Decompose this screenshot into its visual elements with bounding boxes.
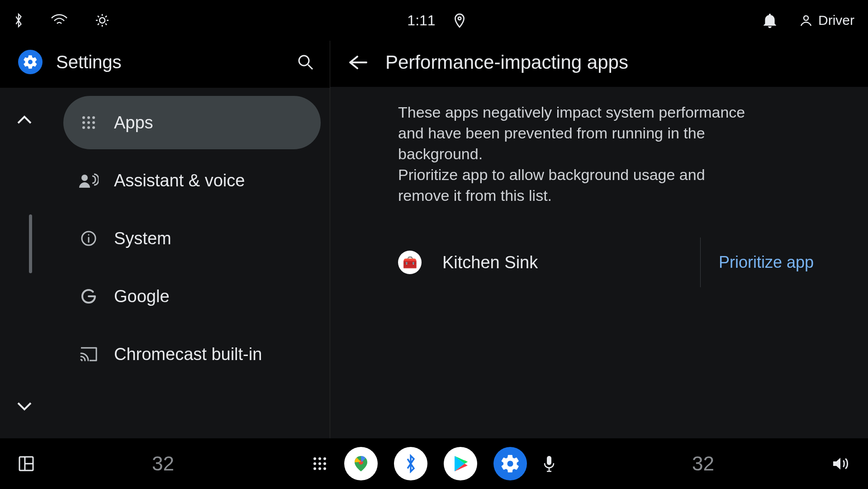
back-button[interactable]	[348, 55, 367, 70]
svg-point-9	[92, 121, 95, 124]
svg-point-7	[82, 121, 85, 124]
svg-point-13	[81, 175, 88, 181]
svg-point-2	[804, 16, 808, 20]
settings-app-icon	[18, 50, 43, 74]
svg-point-22	[313, 467, 316, 470]
dock-play-store-button[interactable]	[444, 447, 477, 480]
svg-point-18	[323, 457, 326, 460]
brightness-icon	[95, 13, 109, 28]
svg-point-11	[87, 126, 90, 129]
page-title: Performance-impacting apps	[385, 52, 628, 73]
sidebar-item-label: Google	[114, 287, 170, 306]
google-g-icon	[79, 288, 99, 304]
location-icon	[454, 13, 465, 28]
scroll-down-icon[interactable]	[16, 401, 39, 411]
bluetooth-icon	[14, 13, 24, 28]
search-button[interactable]	[294, 51, 316, 73]
svg-point-8	[87, 121, 90, 124]
svg-point-23	[318, 467, 321, 470]
scrollbar-thumb[interactable]	[29, 214, 32, 273]
svg-point-0	[100, 18, 105, 23]
sidebar-item-label: Assistant & voice	[114, 171, 245, 190]
svg-point-10	[82, 126, 85, 129]
dock-settings-button[interactable]	[493, 447, 527, 480]
sidebar-item-label: System	[114, 229, 171, 248]
sidebar-item-google[interactable]: Google	[63, 270, 321, 323]
dock-bluetooth-button[interactable]	[394, 447, 427, 480]
settings-sidebar: Settings	[0, 41, 330, 438]
sidebar-item-label: Chromecast built-in	[114, 345, 262, 364]
svg-rect-26	[547, 456, 551, 465]
page-description: These apps negatively impact system perf…	[398, 102, 751, 206]
svg-point-24	[323, 467, 326, 470]
svg-point-16	[313, 457, 316, 460]
info-icon	[79, 230, 99, 247]
profile-label: Driver	[818, 13, 854, 28]
profile-button[interactable]: Driver	[799, 13, 854, 28]
vertical-separator	[700, 237, 701, 287]
sidebar-item-system[interactable]: System	[63, 212, 321, 265]
svg-point-5	[87, 116, 90, 119]
apps-grid-icon	[79, 115, 99, 130]
app-entry[interactable]: 🧰 Kitchen Sink	[398, 251, 691, 274]
svg-point-12	[92, 126, 95, 129]
clock-time: 1:11	[407, 12, 435, 29]
svg-point-20	[318, 462, 321, 465]
sidebar-header: Settings	[0, 41, 330, 88]
bottom-dock: 32 32	[0, 438, 868, 489]
temp-left[interactable]: 32	[152, 452, 174, 475]
sidebar-item-apps[interactable]: Apps	[63, 96, 321, 149]
sidebar-item-chromecast[interactable]: Chromecast built-in	[63, 328, 321, 381]
wifi-icon	[51, 14, 68, 27]
volume-icon[interactable]	[832, 456, 850, 471]
prioritize-app-button[interactable]: Prioritize app	[719, 253, 814, 272]
svg-point-1	[458, 17, 460, 20]
cast-icon	[79, 347, 99, 362]
app-launcher-icon[interactable]	[312, 456, 328, 472]
sidebar-item-assistant-voice[interactable]: Assistant & voice	[63, 154, 321, 207]
app-icon: 🧰	[398, 251, 422, 274]
dock-maps-button[interactable]	[344, 447, 378, 480]
assistant-voice-icon	[79, 172, 99, 189]
content-pane: Performance-impacting apps These apps ne…	[330, 41, 868, 438]
svg-point-4	[82, 116, 85, 119]
person-icon	[799, 14, 813, 27]
temp-right[interactable]: 32	[692, 452, 714, 475]
dashboard-icon[interactable]	[18, 456, 34, 472]
microphone-icon[interactable]	[543, 455, 555, 472]
app-name: Kitchen Sink	[442, 253, 538, 272]
svg-point-21	[323, 462, 326, 465]
status-bar: 1:11 Driver	[0, 0, 868, 41]
svg-point-6	[92, 116, 95, 119]
app-row: 🧰 Kitchen Sink Prioritize app	[398, 237, 814, 287]
scroll-up-icon[interactable]	[16, 115, 39, 125]
sidebar-title: Settings	[56, 52, 281, 72]
svg-point-3	[299, 56, 309, 66]
notification-bell-icon[interactable]	[763, 13, 777, 28]
svg-point-17	[318, 457, 321, 460]
svg-point-19	[313, 462, 316, 465]
sidebar-item-label: Apps	[114, 113, 153, 133]
